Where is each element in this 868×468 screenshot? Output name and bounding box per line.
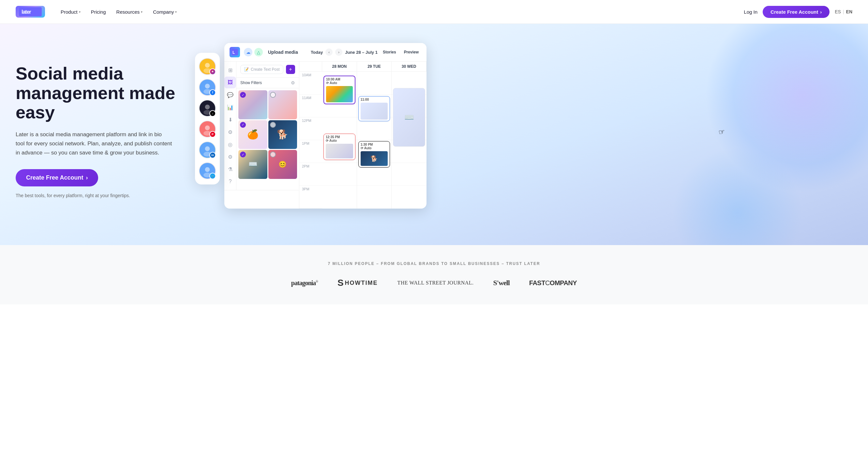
- stories-button[interactable]: Stories: [380, 48, 399, 56]
- media-thumb-3[interactable]: 🍊 ✓: [238, 120, 268, 149]
- media-check-icon: ✓: [240, 152, 246, 158]
- prev-arrow-button[interactable]: ‹: [326, 48, 333, 56]
- calendar-event-1[interactable]: 10:00 AM ⟳ Auto: [323, 76, 355, 104]
- filter-icon[interactable]: ⚙: [291, 80, 295, 86]
- cloud-storage-icons: ☁ △: [244, 48, 263, 56]
- calendar-header: 28 MON 29 TUE 30 WED: [299, 62, 427, 72]
- login-button[interactable]: Log In: [744, 9, 757, 15]
- navigation: later Product ▾ Pricing: [0, 0, 868, 24]
- preview-button[interactable]: Preview: [401, 48, 421, 56]
- svg-point-3: [205, 63, 210, 68]
- media-grid: ✓ 🍊 ✓: [237, 88, 299, 181]
- nav-link-pricing[interactable]: Pricing: [87, 6, 110, 17]
- account-pinterest[interactable]: P: [199, 121, 216, 137]
- chevron-down-icon: ▾: [141, 10, 143, 14]
- sidebar-icon-media[interactable]: 🖼: [224, 76, 236, 88]
- account-twitter[interactable]: 🐦: [199, 162, 216, 179]
- brand-logos: patagonia® SHOWTIME THE WALL STREET JOUR…: [291, 278, 577, 288]
- svg-point-15: [205, 146, 210, 151]
- scheduler-nav: Today ‹ › June 28 – July 1 Stories Previ…: [311, 48, 421, 56]
- calendar-event-2[interactable]: 12:35 PM ⟳ Auto: [323, 134, 355, 160]
- sidebar-icon-chart[interactable]: 📊: [224, 101, 236, 113]
- calendar-event-4[interactable]: 1:30 PM ⟳ Auto 🐕: [358, 141, 390, 168]
- media-thumb-4[interactable]: 🐕: [268, 120, 298, 149]
- hero-cta-button[interactable]: Create Free Account ›: [16, 169, 98, 187]
- lang-es[interactable]: ES: [835, 9, 841, 14]
- nav-logo[interactable]: later: [16, 6, 45, 18]
- calendar-panel: 28 MON 29 TUE 30 WED 10AM 11AM 12PM 1PM …: [299, 62, 427, 208]
- tiktok-badge: ♪: [209, 110, 216, 117]
- account-linkedin[interactable]: in: [199, 141, 216, 158]
- brand-wsj: THE WALL STREET JOURNAL.: [398, 280, 474, 286]
- sidebar-icon-settings2[interactable]: ⚙: [224, 126, 236, 138]
- accounts-sidebar: ✦ f: [195, 53, 220, 185]
- create-text-post-input[interactable]: 📝 Create Text Post: [240, 65, 283, 74]
- media-thumb-6[interactable]: 😊: [268, 150, 298, 179]
- hero-ui-mockup: ✦ f: [185, 43, 852, 219]
- hero-section: Social media management made easy Later …: [0, 24, 868, 245]
- nav-resources-label: Resources: [116, 9, 140, 15]
- nav-link-resources[interactable]: Resources ▾: [113, 6, 147, 17]
- sidebar-icon-chat[interactable]: 💬: [224, 89, 236, 101]
- wed-content: ⌨️: [393, 88, 425, 147]
- account-instagram[interactable]: ✦: [199, 58, 216, 75]
- svg-text:L: L: [232, 50, 235, 55]
- media-thumb-5[interactable]: ⌨️ ✓: [238, 150, 268, 179]
- account-tiktok[interactable]: ♪: [199, 100, 216, 117]
- chevron-down-icon: ▾: [175, 10, 177, 14]
- add-post-button[interactable]: +: [286, 65, 295, 74]
- time-11am: 11AM: [299, 95, 322, 117]
- text-post-icon: 📝: [244, 67, 249, 72]
- hero-title: Social media management made easy: [16, 64, 185, 122]
- media-thumb-1[interactable]: ✓: [238, 90, 268, 119]
- cal-day-wed: 30 WED: [392, 62, 427, 71]
- hero-cta-label: Create Free Account: [26, 174, 83, 181]
- media-check-icon: ✓: [240, 122, 246, 128]
- cal-slot: [357, 72, 392, 95]
- calendar-body: 10AM 11AM 12PM 1PM 2PM 3PM: [299, 72, 427, 208]
- hero-description: Later is a social media management platf…: [16, 130, 172, 158]
- arrow-icon: ›: [86, 174, 88, 181]
- cal-empty-header: [299, 62, 322, 71]
- trust-text: 7 MILLION PEOPLE – FROM GLOBAL BRANDS TO…: [328, 261, 540, 266]
- nav-cta-button[interactable]: Create Free Account ›: [763, 6, 830, 18]
- time-3pm: 3PM: [299, 186, 322, 208]
- time-10am: 10AM: [299, 72, 322, 95]
- svg-point-6: [205, 84, 210, 89]
- sidebar-icon-flask[interactable]: ⚗: [224, 163, 236, 175]
- account-facebook[interactable]: f: [199, 79, 216, 96]
- brand-swell: S'well: [493, 279, 510, 287]
- auto-label: Auto: [329, 139, 337, 142]
- sidebar-icon-gear[interactable]: ⚙: [224, 151, 236, 163]
- calendar-event-3[interactable]: 11:00: [358, 96, 390, 121]
- upload-media-button[interactable]: Upload media: [268, 49, 298, 55]
- media-check-empty: [270, 92, 276, 98]
- cal-slot: [392, 163, 427, 186]
- cal-day-tue: 29 TUE: [357, 62, 392, 71]
- hero-sub-text: The best tools, for every platform, righ…: [16, 193, 185, 198]
- lang-en[interactable]: EN: [846, 9, 852, 14]
- cursor-pointer: ☞: [718, 127, 726, 137]
- event-time: 12:35 PM: [326, 135, 353, 139]
- show-filters-label[interactable]: Show Filters: [240, 80, 262, 85]
- nav-link-company[interactable]: Company ▾: [149, 6, 181, 17]
- media-thumb-2[interactable]: [268, 90, 298, 119]
- linkedin-badge: in: [209, 152, 216, 158]
- sidebar-icon-download[interactable]: ⬇: [224, 114, 236, 126]
- scheduler-app: L ☁ △ Upload media Today ‹ › June 28 – J…: [224, 43, 427, 208]
- sidebar-icon-help[interactable]: ?: [224, 176, 236, 188]
- create-text-placeholder: Create Text Post: [251, 67, 280, 72]
- sidebar-icon-settings3[interactable]: ◎: [224, 138, 236, 150]
- next-arrow-button[interactable]: ›: [335, 48, 342, 56]
- auto-icon: ⟳: [361, 146, 363, 150]
- today-button[interactable]: Today: [311, 50, 323, 55]
- time-column: 10AM 11AM 12PM 1PM 2PM 3PM: [299, 72, 322, 208]
- event-time: 10:00 AM: [326, 77, 353, 81]
- cal-col-tue: 11:00 1:30 PM ⟳ Auto 🐕: [357, 72, 392, 208]
- brand-patagonia: patagonia®: [291, 279, 318, 287]
- time-1pm: 1PM: [299, 140, 322, 163]
- nav-cta-label: Create Free Account: [771, 9, 818, 15]
- sidebar-icon-home[interactable]: ⊞: [224, 64, 236, 76]
- date-range-label: June 28 – July 1: [345, 50, 378, 55]
- nav-link-product[interactable]: Product ▾: [57, 6, 85, 17]
